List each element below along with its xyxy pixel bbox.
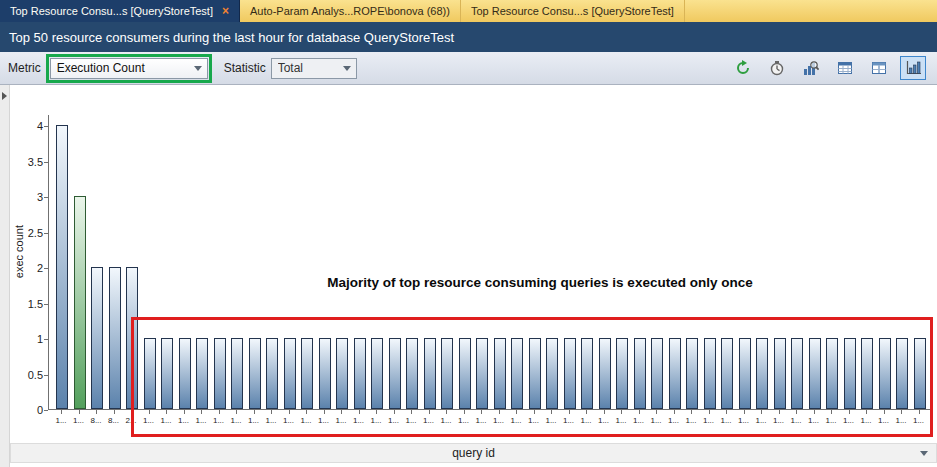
bar[interactable] xyxy=(581,338,593,409)
x-tick-mark xyxy=(691,410,692,414)
bar[interactable] xyxy=(459,338,471,409)
x-tick-mark xyxy=(184,410,185,414)
bar[interactable] xyxy=(616,338,628,409)
y-tick-label: 3 xyxy=(17,191,43,203)
x-tick-mark xyxy=(166,410,167,414)
statistic-dropdown[interactable]: Total xyxy=(271,58,357,79)
x-tick-mark xyxy=(569,410,570,414)
x-tick-label: 1... xyxy=(438,416,454,425)
x-axis-title: query id xyxy=(452,446,495,460)
x-tick-mark xyxy=(744,410,745,414)
x-tick-label: 1... xyxy=(631,416,647,425)
x-tick-label: 1... xyxy=(421,416,437,425)
view-bar-chart-button[interactable] xyxy=(900,56,926,80)
x-tick-mark xyxy=(866,410,867,414)
collapsed-panel-splitter[interactable] xyxy=(0,85,10,467)
bar[interactable] xyxy=(371,338,383,409)
x-tick-mark xyxy=(674,410,675,414)
x-tick-label: 1... xyxy=(578,416,594,425)
bar[interactable] xyxy=(91,267,103,409)
view-split-grid-button[interactable] xyxy=(866,56,892,80)
bar[interactable] xyxy=(634,338,646,409)
x-axis-selector[interactable]: query id xyxy=(10,443,937,463)
tab-label: Auto-Param Analys...ROPE\bonova (68)) xyxy=(250,5,450,17)
x-tick-label: 1... xyxy=(823,416,839,425)
bar[interactable] xyxy=(564,338,576,409)
bar[interactable] xyxy=(476,338,488,409)
bar[interactable] xyxy=(739,338,751,409)
bar[interactable] xyxy=(896,338,908,409)
x-tick-mark xyxy=(359,410,360,414)
bar[interactable] xyxy=(56,125,68,409)
x-tick-mark xyxy=(96,410,97,414)
bar[interactable] xyxy=(721,338,733,409)
bar[interactable] xyxy=(686,338,698,409)
tab-top-resource-consumers-1[interactable]: Top Resource Consu...s [QueryStoreTest] … xyxy=(0,0,240,22)
tab-top-resource-consumers-2[interactable]: Top Resource Consu...s [QueryStoreTest] xyxy=(461,0,685,22)
bar[interactable] xyxy=(249,338,261,409)
x-tick-mark xyxy=(656,410,657,414)
view-grid-button[interactable] xyxy=(832,56,858,80)
tab-auto-param-analysis[interactable]: Auto-Param Analys...ROPE\bonova (68)) xyxy=(240,0,461,22)
bar[interactable] xyxy=(231,338,243,409)
bar[interactable] xyxy=(144,338,156,409)
bar[interactable] xyxy=(599,338,611,409)
plot-area xyxy=(48,115,933,410)
x-tick-mark xyxy=(236,410,237,414)
bar[interactable] xyxy=(336,338,348,409)
bar[interactable] xyxy=(669,338,681,409)
bar[interactable] xyxy=(511,338,523,409)
bar[interactable] xyxy=(109,267,121,409)
bar-selected[interactable] xyxy=(74,196,86,409)
bar[interactable] xyxy=(826,338,838,409)
bar[interactable] xyxy=(406,338,418,409)
bar[interactable] xyxy=(774,338,786,409)
bar[interactable] xyxy=(756,338,768,409)
bar[interactable] xyxy=(844,338,856,409)
bar[interactable] xyxy=(284,338,296,409)
bar[interactable] xyxy=(441,338,453,409)
x-tick-label: 1... xyxy=(858,416,874,425)
bar[interactable] xyxy=(301,338,313,409)
bar[interactable] xyxy=(494,338,506,409)
bar[interactable] xyxy=(424,338,436,409)
bar[interactable] xyxy=(651,338,663,409)
bar[interactable] xyxy=(266,338,278,409)
bar[interactable] xyxy=(179,338,191,409)
y-tick-label: 0 xyxy=(17,404,43,416)
x-tick-label: 1... xyxy=(263,416,279,425)
bar[interactable] xyxy=(196,338,208,409)
metric-dropdown[interactable]: Execution Count xyxy=(50,58,208,79)
time-interval-button[interactable] xyxy=(764,56,790,80)
bar[interactable] xyxy=(354,338,366,409)
tab-label: Top Resource Consu...s [QueryStoreTest] xyxy=(471,5,674,17)
bar[interactable] xyxy=(389,338,401,409)
chart-magnifier-icon xyxy=(803,60,819,76)
bar[interactable] xyxy=(546,338,558,409)
bar[interactable] xyxy=(879,338,891,409)
x-tick-mark xyxy=(306,410,307,414)
x-tick-mark xyxy=(376,410,377,414)
bar[interactable] xyxy=(861,338,873,409)
refresh-button[interactable] xyxy=(730,56,756,80)
x-tick-label: 1... xyxy=(193,416,209,425)
x-tick-label: 1... xyxy=(648,416,664,425)
x-tick-mark xyxy=(604,410,605,414)
bar[interactable] xyxy=(914,338,926,409)
bar[interactable] xyxy=(161,338,173,409)
tab-close-icon[interactable]: × xyxy=(222,5,229,17)
bar[interactable] xyxy=(809,338,821,409)
x-tick-label: 1... xyxy=(491,416,507,425)
bar[interactable] xyxy=(126,267,138,409)
page-title: Top 50 resource consumers during the las… xyxy=(9,30,454,45)
refresh-icon xyxy=(735,60,751,76)
bar[interactable] xyxy=(214,338,226,409)
bar[interactable] xyxy=(791,338,803,409)
bar[interactable] xyxy=(319,338,331,409)
bar[interactable] xyxy=(704,338,716,409)
view-chart-button[interactable] xyxy=(798,56,824,80)
metric-highlight-annotation: Execution Count xyxy=(46,54,212,83)
x-tick-mark xyxy=(709,410,710,414)
bar[interactable] xyxy=(529,338,541,409)
y-tick-mark xyxy=(44,410,48,411)
